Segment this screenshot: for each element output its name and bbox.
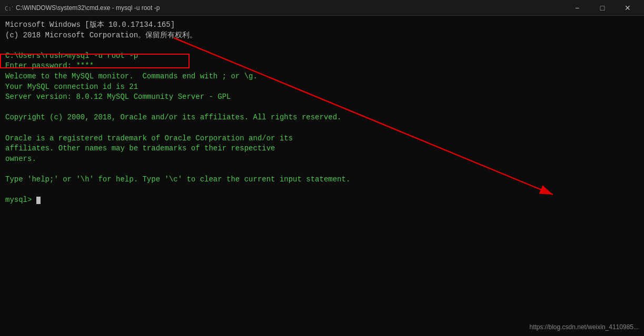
minimize-button[interactable]: − [565,0,589,16]
close-button[interactable]: ✕ [616,0,640,16]
cmd-icon: C:\ [4,4,13,12]
terminal-window: Microsoft Windows [版本 10.0.17134.165] (c… [0,16,644,336]
svg-text:C:\: C:\ [5,5,13,12]
window-title: C:\WINDOWS\system32\cmd.exe - mysql -u r… [16,4,160,12]
maximize-button[interactable]: □ [590,0,615,16]
title-bar: C:\ C:\WINDOWS\system32\cmd.exe - mysql … [0,0,644,16]
watermark-text: https://blog.csdn.net/weixin_4110985... [530,323,639,332]
annotation-arrow [0,16,644,336]
title-bar-left: C:\ C:\WINDOWS\system32\cmd.exe - mysql … [4,4,160,12]
window-controls: − □ ✕ [565,0,640,16]
svg-line-3 [174,38,553,195]
